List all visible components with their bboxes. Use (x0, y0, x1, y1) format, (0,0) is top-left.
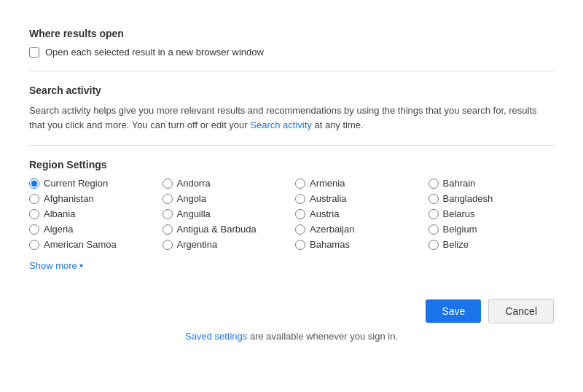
region-settings-section: Region Settings Current RegionAndorraArm… (29, 146, 554, 284)
region-radio-row[interactable]: Belize (429, 239, 555, 250)
region-radio-input[interactable] (295, 209, 305, 219)
region-radio-input[interactable] (429, 209, 439, 219)
region-label: Albania (44, 208, 75, 219)
region-radio-input[interactable] (295, 179, 305, 189)
region-radio-input[interactable] (429, 194, 439, 204)
region-radio-row[interactable]: Australia (295, 193, 421, 204)
region-radio-input[interactable] (295, 194, 305, 204)
region-radio-row[interactable]: Bahamas (295, 239, 421, 250)
region-label: Belgium (443, 224, 477, 235)
region-label: Current Region (44, 178, 108, 189)
region-radio-row[interactable]: Afghanistan (29, 193, 155, 204)
region-grid: Current RegionAndorraArmeniaBahrainAfgha… (29, 178, 554, 250)
region-radio-row[interactable]: Austria (295, 208, 421, 219)
region-radio-row[interactable]: American Samoa (29, 239, 155, 250)
region-radio-input[interactable] (163, 194, 173, 204)
saved-settings-text: Saved settings are available whenever yo… (29, 331, 554, 349)
region-label: Australia (310, 193, 347, 204)
region-radio-input[interactable] (295, 224, 305, 235)
region-radio-row[interactable]: Andorra (163, 178, 289, 189)
region-radio-row[interactable]: Belgium (429, 224, 555, 235)
saved-settings-link[interactable]: Saved settings (185, 331, 247, 342)
region-radio-input[interactable] (29, 194, 39, 204)
region-radio-row[interactable]: Belarus (429, 208, 555, 219)
where-results-open-section: Where results open Open each selected re… (29, 15, 554, 71)
region-radio-row[interactable]: Armenia (295, 178, 421, 189)
region-settings-title: Region Settings (29, 159, 554, 170)
region-radio-input[interactable] (429, 224, 439, 235)
new-window-checkbox-row[interactable]: Open each selected result in a new brows… (29, 47, 554, 58)
region-label: Belarus (443, 208, 475, 219)
footer-actions: Save Cancel (29, 284, 554, 331)
region-radio-row[interactable]: Angola (163, 193, 289, 204)
region-radio-row[interactable]: Current Region (29, 178, 155, 189)
search-activity-title: Search activity (29, 85, 554, 96)
region-label: Bangladesh (443, 193, 493, 204)
search-activity-text-after: at any time. (312, 119, 364, 130)
region-radio-input[interactable] (429, 240, 439, 250)
region-radio-input[interactable] (163, 224, 173, 235)
region-label: Anguilla (177, 208, 211, 219)
region-label: Afghanistan (44, 193, 94, 204)
region-radio-input[interactable] (29, 240, 39, 250)
region-label: Austria (310, 208, 339, 219)
where-results-open-title: Where results open (29, 28, 554, 39)
region-radio-row[interactable]: Algeria (29, 224, 155, 235)
region-radio-input[interactable] (163, 179, 173, 189)
region-radio-row[interactable]: Anguilla (163, 208, 289, 219)
region-label: Angola (177, 193, 206, 204)
region-radio-input[interactable] (163, 209, 173, 219)
region-label: Azerbaijan (310, 224, 354, 235)
region-radio-row[interactable]: Albania (29, 208, 155, 219)
region-radio-input[interactable] (29, 209, 39, 219)
new-window-label: Open each selected result in a new brows… (45, 47, 264, 58)
cancel-button[interactable]: Cancel (488, 299, 554, 324)
region-radio-row[interactable]: Azerbaijan (295, 224, 421, 235)
region-radio-input[interactable] (29, 179, 39, 189)
region-radio-input[interactable] (429, 179, 439, 189)
show-more-label: Show more (29, 260, 77, 271)
region-radio-row[interactable]: Argentina (163, 239, 289, 250)
region-label: Belize (443, 239, 469, 250)
region-label: Bahrain (443, 178, 476, 189)
region-label: Algeria (44, 224, 73, 235)
region-radio-row[interactable]: Bangladesh (429, 193, 555, 204)
region-radio-input[interactable] (163, 240, 173, 250)
region-radio-row[interactable]: Antigua & Barbuda (163, 224, 289, 235)
new-window-checkbox[interactable] (29, 47, 39, 58)
saved-settings-suffix: are available whenever you sign in. (250, 331, 398, 342)
search-activity-description: Search activity helps give you more rele… (29, 103, 554, 132)
show-more-arrow-icon: ▾ (79, 262, 83, 270)
region-label: American Samoa (44, 239, 117, 250)
region-label: Antigua & Barbuda (177, 224, 257, 235)
region-radio-input[interactable] (29, 224, 39, 235)
save-button[interactable]: Save (426, 299, 481, 323)
region-label: Armenia (310, 178, 345, 189)
show-more-button[interactable]: Show more ▾ (29, 260, 83, 271)
region-radio-input[interactable] (295, 240, 305, 250)
region-label: Andorra (177, 178, 211, 189)
region-label: Bahamas (310, 239, 350, 250)
region-radio-row[interactable]: Bahrain (429, 178, 555, 189)
region-label: Argentina (177, 239, 218, 250)
search-activity-link[interactable]: Search activity (250, 119, 312, 130)
search-activity-section: Search activity Search activity helps gi… (29, 71, 554, 146)
